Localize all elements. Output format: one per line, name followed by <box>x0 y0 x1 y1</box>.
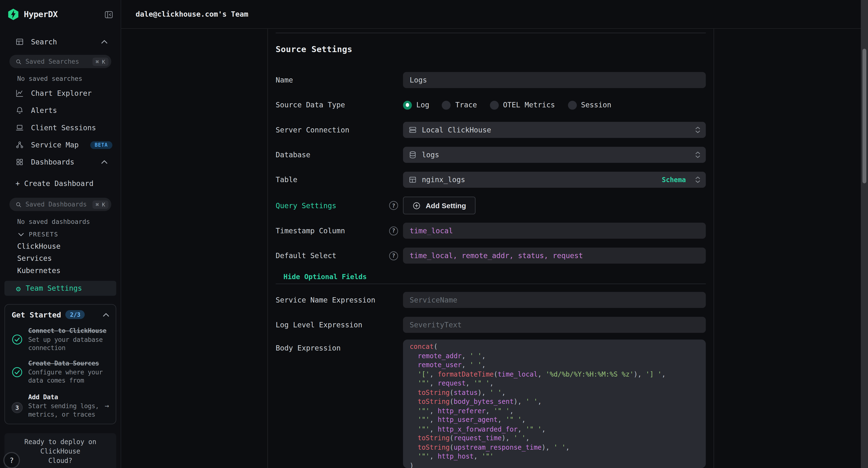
team-settings-label: Team Settings <box>26 284 82 292</box>
sidebar-item-client-sessions[interactable]: Client Sessions <box>0 119 121 136</box>
body-expression-editor[interactable]: concat( remote_addr, ' ', remote_user, '… <box>403 340 706 468</box>
radio-label: Log <box>416 101 429 109</box>
radio-label: Session <box>581 101 612 109</box>
chevron-up-icon[interactable] <box>101 160 107 164</box>
saved-searches-input[interactable]: Saved Searches ⌘ K <box>9 55 111 68</box>
chevron-up-icon[interactable] <box>103 313 109 317</box>
radio-label: Trace <box>455 101 477 109</box>
radio-icon[interactable] <box>442 100 451 110</box>
schema-link[interactable]: Schema <box>662 176 686 183</box>
select-chevrons-icon <box>695 151 701 158</box>
sidebar-item-label: Service Map <box>31 141 79 149</box>
question-mark-icon: ? <box>9 456 14 464</box>
progress-badge: 2/3 <box>66 310 85 319</box>
chevron-up-icon[interactable] <box>101 39 107 43</box>
hide-optional-fields-link[interactable]: Hide Optional Fields <box>283 272 367 282</box>
radio-selected-icon[interactable] <box>403 100 412 110</box>
default-select-row: Default Select ? <box>276 247 706 264</box>
scrollbar-thumb[interactable] <box>863 49 866 183</box>
team-title: dale@clickhouse.com's Team <box>136 10 248 18</box>
body-expression-label: Body Expression <box>276 344 403 352</box>
preset-item-services[interactable]: Services <box>0 252 121 264</box>
scrollbar-track[interactable] <box>861 0 868 468</box>
beta-badge: BETA <box>90 141 112 149</box>
gear-icon: ⚙ <box>16 285 21 292</box>
name-input[interactable] <box>403 72 706 88</box>
query-settings-row: Query Settings ? Add Setting <box>276 197 706 214</box>
service-name-label: Service Name Expression <box>276 296 403 304</box>
name-row: Name <box>276 72 706 88</box>
chart-explorer-icon <box>16 89 24 97</box>
radio-option-trace[interactable]: Trace <box>442 100 477 110</box>
laptop-icon <box>16 123 24 132</box>
hyperdx-app: HyperDX Search Saved Searches ⌘ K No sav… <box>0 0 868 468</box>
saved-dashboards-placeholder: Saved Dashboards <box>26 201 87 208</box>
no-saved-dashboards-note: No saved dashboards <box>17 217 121 225</box>
add-setting-button[interactable]: Add Setting <box>403 197 475 214</box>
check-circle-icon <box>11 367 23 378</box>
sidebar-item-alerts[interactable]: Alerts <box>0 102 121 119</box>
service-name-input[interactable] <box>403 292 706 308</box>
preset-item-kubernetes[interactable]: Kubernetes <box>0 264 121 276</box>
plus-circle-icon <box>412 201 421 210</box>
sidebar-collapse-icon[interactable] <box>104 10 114 19</box>
table-icon <box>408 176 416 184</box>
log-level-input[interactable] <box>403 317 706 333</box>
logo-row: HyperDX <box>0 0 121 29</box>
server-connection-select[interactable]: Local ClickHouse <box>403 122 706 138</box>
select-chevrons-icon <box>695 126 701 134</box>
service-map-icon <box>16 141 24 149</box>
sidebar-item-label: Alerts <box>31 107 57 115</box>
database-select[interactable]: logs <box>403 147 706 163</box>
get-started-step-1[interactable]: Connect to ClickHouse Set up your databa… <box>11 327 109 352</box>
radio-icon[interactable] <box>490 100 499 110</box>
timestamp-column-input[interactable] <box>403 223 706 239</box>
log-level-row: Log Level Expression <box>276 317 706 333</box>
panel-top-divider <box>276 33 706 33</box>
get-started-header[interactable]: Get Started 2/3 <box>11 310 109 319</box>
sidebar-section-search[interactable]: Search <box>0 33 121 50</box>
default-select-input[interactable] <box>403 247 706 264</box>
query-settings-label: Query Settings <box>276 201 336 210</box>
get-started-step-2[interactable]: Create Data Sources Configure where your… <box>11 359 109 384</box>
source-data-type-label: Source Data Type <box>276 101 403 109</box>
sidebar-item-team-settings[interactable]: ⚙ Team Settings <box>4 281 116 296</box>
presets-toggle[interactable]: PRESETS <box>0 229 121 240</box>
server-connection-value: Local ClickHouse <box>422 126 491 134</box>
main-content: Source Settings Name Source Data Type Lo… <box>121 29 868 468</box>
database-value: logs <box>422 150 439 159</box>
radio-option-session[interactable]: Session <box>568 100 612 110</box>
create-dashboard-button[interactable]: + Create Dashboard <box>0 174 121 193</box>
brand-name: HyperDX <box>24 9 58 19</box>
step-title: Add Data <box>28 393 99 401</box>
help-circle-icon[interactable]: ? <box>389 201 398 210</box>
add-setting-label: Add Setting <box>426 201 466 210</box>
chevron-down-icon <box>18 232 24 236</box>
table-row-field: Table nginx_logs Schema <box>276 172 706 188</box>
preset-item-clickhouse[interactable]: ClickHouse <box>0 240 121 252</box>
server-connection-row: Server Connection Local ClickHouse <box>276 122 706 138</box>
help-circle-icon[interactable]: ? <box>389 226 398 235</box>
name-label: Name <box>276 76 403 84</box>
sidebar-item-label: Dashboards <box>31 158 74 166</box>
radio-option-log[interactable]: Log <box>403 100 429 110</box>
database-label: Database <box>276 150 403 159</box>
step-description: Configure where your data comes from <box>28 369 109 384</box>
help-button[interactable]: ? <box>3 452 20 468</box>
sidebar-item-service-map[interactable]: Service Map BETA <box>0 136 121 153</box>
radio-icon[interactable] <box>568 100 577 110</box>
default-select-label: Default Select <box>276 252 336 260</box>
select-chevrons-icon <box>695 176 701 183</box>
sidebar-item-chart-explorer[interactable]: Chart Explorer <box>0 85 121 102</box>
no-saved-searches-note: No saved searches <box>17 75 121 83</box>
saved-dashboards-input[interactable]: Saved Dashboards ⌘ K <box>9 198 111 211</box>
source-settings-panel: Source Settings Name Source Data Type Lo… <box>268 29 714 468</box>
deploy-promo-panel: Ready to deploy on ClickHouse Cloud? Get… <box>4 433 116 468</box>
help-circle-icon[interactable]: ? <box>389 251 398 260</box>
sidebar-item-dashboards[interactable]: Dashboards <box>0 153 121 171</box>
server-icon <box>408 126 416 134</box>
table-select[interactable]: nginx_logs Schema <box>403 172 706 188</box>
radio-option-otel-metrics[interactable]: OTEL Metrics <box>490 100 555 110</box>
source-data-type-row: Source Data Type Log Trace OTEL Metrics <box>276 97 706 113</box>
get-started-step-3[interactable]: 3 Add Data Start sending logs, metrics, … <box>11 393 109 418</box>
